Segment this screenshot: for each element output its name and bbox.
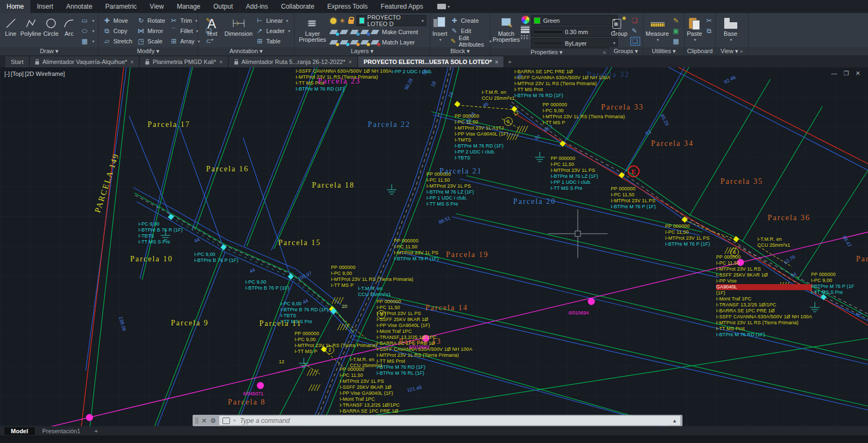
wrench-icon[interactable]: ⚙ xyxy=(210,417,216,425)
array-button[interactable]: ⊞Array▾ xyxy=(168,36,201,46)
doc-tab[interactable]: Alimentador Ruta 5...ranja 26-12-2022*× xyxy=(229,56,357,67)
doc-tab[interactable]: PROYECTO ELECTRI...UESTA SOLO LOTEO*× xyxy=(358,56,503,67)
cut-button[interactable]: ✂ xyxy=(703,16,715,25)
panel-title-block[interactable]: Block ▾ xyxy=(430,47,490,55)
panel-title-clipboard[interactable]: Clipboard xyxy=(685,47,715,55)
ribbon-tab-insert[interactable]: Insert xyxy=(30,0,60,13)
line-button[interactable]: Line xyxy=(2,14,19,47)
ribbon-tab-output[interactable]: Output xyxy=(207,0,239,13)
panel-title-properties[interactable]: Properties ▾ » xyxy=(490,48,608,56)
panel-title-groups[interactable]: Groups ▾ xyxy=(609,47,643,55)
close-icon[interactable]: ✕ xyxy=(856,70,860,77)
create-block-button[interactable]: ✚Create xyxy=(449,16,493,25)
layer-unlock-icon[interactable] xyxy=(348,20,354,24)
lineweight-dropdown[interactable]: 0.30 mm ▾ xyxy=(531,27,618,37)
ribbon-tab-featured-apps[interactable]: Featured Apps xyxy=(374,0,430,13)
command-input-field[interactable]: ▾ ▲ xyxy=(219,416,680,425)
copy-button[interactable]: ⧉Copy xyxy=(101,26,134,36)
ribbon-tab-annotate[interactable]: Annotate xyxy=(60,0,99,13)
layer-unlock2-icon[interactable] xyxy=(351,39,359,46)
circle-button[interactable]: Circle xyxy=(42,14,59,47)
ribbon-tab-express-tools[interactable]: Express Tools xyxy=(321,0,374,13)
restore-icon[interactable]: ❐ xyxy=(844,70,849,77)
ellipse-button[interactable]: ⬭▾ xyxy=(79,26,96,36)
make-current-button[interactable]: Make Current xyxy=(382,29,418,35)
stretch-button[interactable]: ▱Stretch xyxy=(101,36,134,46)
quick-select-button[interactable]: ▣ xyxy=(670,26,682,36)
rotate-button[interactable]: ↻Rotate xyxy=(135,16,167,25)
id-point-button[interactable]: ✎ xyxy=(670,16,682,25)
close-icon[interactable]: × xyxy=(495,59,499,65)
chevron-up-icon[interactable]: ▲ xyxy=(672,418,677,423)
ribbon-tab-parametric[interactable]: Parametric xyxy=(99,0,143,13)
close-icon[interactable]: × xyxy=(219,59,222,65)
layer-freeze-icon[interactable] xyxy=(351,29,359,35)
polyline-button[interactable]: Polyline xyxy=(20,14,41,47)
layout-tab-presentación1[interactable]: Presentación1 xyxy=(36,427,87,435)
arc-button[interactable]: Arc xyxy=(61,14,78,47)
quick-calc-button[interactable]: ▦ xyxy=(670,36,682,46)
workspace-menu-button[interactable]: ▾ xyxy=(433,0,454,13)
move-button[interactable]: ✚Move xyxy=(101,16,134,25)
copy-clip-button[interactable]: ⧉ xyxy=(703,26,715,36)
panel-title-draw[interactable]: Draw ▾ xyxy=(0,47,98,55)
layer-isolate-icon[interactable] xyxy=(330,29,339,35)
new-layout-button[interactable]: + xyxy=(88,427,104,435)
table-button[interactable]: ⊞Table xyxy=(254,36,292,46)
group-button[interactable]: ✷ Group xyxy=(611,14,628,47)
minimize-icon[interactable]: — xyxy=(831,70,837,77)
layer-lock-icon[interactable] xyxy=(361,29,369,35)
drawing-canvas[interactable]: [-][Top][2D Wireframe] — ❐ ✕ 2356E I-SSF… xyxy=(0,67,868,426)
panel-title-annotation[interactable]: Annotation ▾ xyxy=(198,47,294,55)
mirror-button[interactable]: ⋈Mirror xyxy=(135,26,167,36)
panel-title-modify[interactable]: Modify ▾ xyxy=(99,47,197,55)
doc-tab[interactable]: Start xyxy=(5,56,29,67)
layer-off-icon[interactable] xyxy=(330,39,339,46)
text-button[interactable]: A Text▾ xyxy=(200,14,224,47)
ungroup-button[interactable]: ❏ xyxy=(629,16,642,25)
match-layer-button[interactable]: Match Layer xyxy=(382,39,415,46)
doc-tab[interactable]: Planimetria PMGD Kali*× xyxy=(140,56,228,67)
ribbon-tab-collaborate[interactable]: Collaborate xyxy=(275,0,321,13)
panel-title-layers[interactable]: Layers ▾ xyxy=(295,47,430,55)
ribbon-tab-view[interactable]: View xyxy=(143,0,170,13)
command-input[interactable] xyxy=(239,416,669,425)
object-color-dropdown[interactable]: Green ▾ xyxy=(531,15,618,25)
group-select-button[interactable]: ❏ xyxy=(629,36,642,46)
command-bar[interactable]: ⣿ ✕ ⚙ ▾ ▲ xyxy=(193,415,682,426)
layer-dropdown[interactable]: PROYECTO LOTEO D ▾ xyxy=(356,15,426,26)
visual-style-button[interactable]: [2D Wireframe] xyxy=(25,70,65,77)
layer-thaw-icon[interactable]: ☀ xyxy=(339,18,346,24)
scale-button[interactable]: ◳Scale xyxy=(135,36,167,46)
hatch-button[interactable]: ▦▾ xyxy=(79,36,96,46)
close-icon[interactable]: × xyxy=(131,59,134,65)
paste-button[interactable]: Paste▾ xyxy=(687,14,702,47)
rectangle-button[interactable]: ▭▾ xyxy=(79,16,96,25)
group-edit-button[interactable]: ✎ xyxy=(629,26,642,36)
dimension-button[interactable]: Dimension xyxy=(225,14,253,47)
customize-icon[interactable] xyxy=(222,418,230,424)
edit-attributes-button[interactable]: ✎Edit Attributes▾ xyxy=(449,36,493,46)
layer-unisolate-icon[interactable] xyxy=(341,29,349,35)
trim-button[interactable]: ✂Trim▾ xyxy=(168,16,201,25)
drag-handle-icon[interactable]: ⣿ xyxy=(195,418,198,423)
leader-button[interactable]: ↗Leader▾ xyxy=(254,26,292,36)
view-control-button[interactable]: [Top] xyxy=(11,70,24,77)
new-drawing-button[interactable]: + xyxy=(505,56,514,67)
layer-properties-button[interactable]: Layer Properties xyxy=(297,14,328,47)
linear-button[interactable]: ⊢Linear▾ xyxy=(254,16,292,25)
insert-button[interactable]: Insert▾ xyxy=(432,14,448,47)
layer-thaw-all-icon[interactable] xyxy=(341,39,349,46)
panel-title-utilities[interactable]: Utilities ▾ xyxy=(643,47,684,55)
viewport-menu-button[interactable]: [-] xyxy=(4,70,10,77)
measure-button[interactable]: Measure▾ xyxy=(646,14,669,47)
close-command-icon[interactable]: ✕ xyxy=(201,417,207,425)
layout-tab-model[interactable]: Model xyxy=(4,427,35,435)
base-button[interactable]: Base▾ xyxy=(718,14,743,47)
ribbon-tab-add-ins[interactable]: Add-ins xyxy=(239,0,275,13)
fillet-button[interactable]: ⌒Fillet▾ xyxy=(168,26,201,36)
ribbon-tab-home[interactable]: Home xyxy=(0,0,30,13)
match-properties-button[interactable]: ✎ Match Properties xyxy=(493,14,520,48)
layer-walk-icon[interactable] xyxy=(361,39,369,46)
ribbon-tab-manage[interactable]: Manage xyxy=(170,0,207,13)
